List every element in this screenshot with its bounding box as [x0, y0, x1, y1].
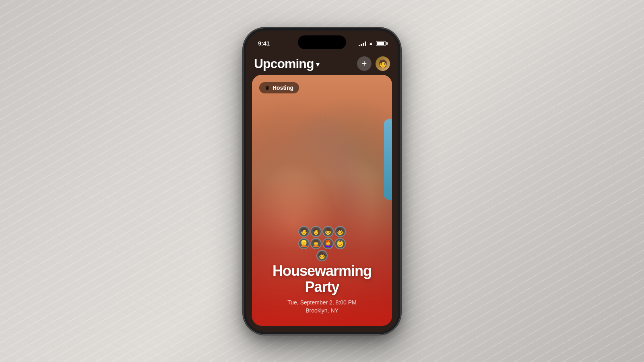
attendee-avatar: 👱: [298, 238, 310, 249]
battery-fill: [377, 42, 384, 45]
status-icons: ▲: [359, 40, 386, 46]
user-avatar[interactable]: 🧑: [376, 56, 390, 71]
attendee-avatar: 🧒: [334, 226, 346, 237]
phone-frame: 9:41 ▲ Upcoming ▾ +: [244, 28, 400, 334]
phone-screen: 9:41 ▲ Upcoming ▾ +: [246, 31, 398, 332]
signal-bar-4: [365, 41, 366, 46]
event-name: Housewarming Party: [260, 263, 384, 295]
hosting-badge: ♛ Hosting: [259, 82, 299, 93]
app-header: Upcoming ▾ + 🧑: [246, 53, 398, 75]
event-date: Tue, September 2, 8:00 PM: [260, 299, 384, 306]
event-info-overlay: Housewarming Party Tue, September 2, 8:0…: [252, 255, 392, 325]
event-card[interactable]: ♛ Hosting 🧑 👩 👦 🧒 👱 🧑‍🦱 👩‍🦰 👶 🧒: [252, 75, 392, 326]
attendee-avatar: 🧑: [298, 226, 310, 237]
signal-bar-2: [361, 44, 362, 46]
header-title-group[interactable]: Upcoming ▾: [254, 56, 320, 71]
hosting-label: Hosting: [272, 85, 293, 91]
next-event-peek: [384, 119, 392, 200]
signal-bar-3: [363, 43, 364, 46]
event-location: Brooklyn, NY: [260, 307, 384, 314]
wifi-icon: ▲: [368, 40, 374, 46]
header-actions: + 🧑: [357, 56, 390, 71]
attendee-avatar: 👩‍🦰: [322, 238, 334, 249]
chevron-down-icon: ▾: [316, 60, 320, 69]
attendee-avatar: 🧑‍🦱: [310, 238, 322, 249]
attendee-avatar: 👩: [310, 226, 322, 237]
crown-icon: ♛: [265, 85, 270, 91]
avatar-emoji: 🧑: [378, 59, 387, 68]
attendee-avatar: 👦: [322, 226, 334, 237]
attendee-avatar: 👶: [334, 238, 346, 249]
status-time: 9:41: [258, 40, 270, 47]
signal-bar-1: [359, 45, 360, 46]
signal-icon: [359, 41, 366, 46]
add-event-button[interactable]: +: [357, 56, 372, 71]
page-title: Upcoming: [254, 56, 314, 71]
battery-icon: [376, 41, 386, 46]
dynamic-island: [298, 35, 346, 49]
